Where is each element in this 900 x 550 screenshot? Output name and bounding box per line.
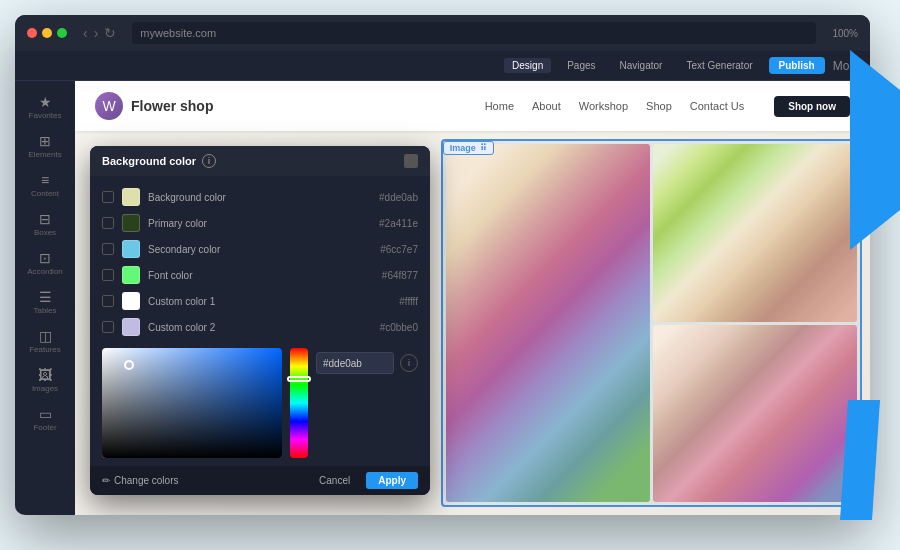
site-nav-links: Home About Workshop Shop Contact Us Shop… bbox=[485, 96, 850, 117]
color-panel-info-icon[interactable]: i bbox=[202, 154, 216, 168]
color-value-bg: #dde0ab bbox=[379, 192, 418, 203]
sidebar-item-elements[interactable]: ⊞ Elements bbox=[19, 128, 71, 165]
site-logo: W Flower shop bbox=[95, 92, 485, 120]
color-checkbox-font[interactable] bbox=[102, 269, 114, 281]
top-toolbar: Design Pages Navigator Text Generator Pu… bbox=[15, 51, 870, 81]
nav-shop[interactable]: Shop bbox=[646, 100, 672, 112]
footer-icon: ▭ bbox=[39, 407, 52, 421]
reload-icon[interactable]: ↻ bbox=[104, 25, 116, 41]
color-name-custom1: Custom color 1 bbox=[148, 296, 391, 307]
color-value-custom2: #c0bbe0 bbox=[380, 322, 418, 333]
favorites-label: Favorites bbox=[29, 111, 62, 120]
navigator-tab[interactable]: Navigator bbox=[612, 58, 671, 73]
publish-button[interactable]: Publish bbox=[769, 57, 825, 74]
footer-buttons: Cancel Apply bbox=[309, 472, 418, 489]
dot-yellow[interactable] bbox=[42, 28, 52, 38]
sidebar-item-features[interactable]: ◫ Features bbox=[19, 323, 71, 360]
nav-about[interactable]: About bbox=[532, 100, 561, 112]
content-label: Content bbox=[31, 189, 59, 198]
back-arrow-icon[interactable]: ‹ bbox=[83, 25, 88, 41]
dot-red[interactable] bbox=[27, 28, 37, 38]
hue-thumb bbox=[287, 376, 311, 382]
color-value-secondary: #6cc7e7 bbox=[380, 244, 418, 255]
color-name-secondary: Secondary color bbox=[148, 244, 372, 255]
change-colors-btn[interactable]: ✏ Change colors bbox=[102, 475, 178, 486]
sidebar-item-footer[interactable]: ▭ Footer bbox=[19, 401, 71, 438]
flower-image-grid[interactable] bbox=[441, 139, 862, 507]
color-name-font: Font color bbox=[148, 270, 374, 281]
color-checkbox-custom1[interactable] bbox=[102, 295, 114, 307]
color-panel-close[interactable] bbox=[404, 154, 418, 168]
color-swatch-font[interactable] bbox=[122, 266, 140, 284]
forward-arrow-icon[interactable]: › bbox=[94, 25, 99, 41]
blue-accent-right bbox=[850, 50, 900, 250]
hex-input-row: #dde0ab i bbox=[316, 352, 418, 374]
pages-tab[interactable]: Pages bbox=[559, 58, 603, 73]
dot-green[interactable] bbox=[57, 28, 67, 38]
sidebar-item-accordion[interactable]: ⊡ Accordion bbox=[19, 245, 71, 282]
color-panel-header: Background color i bbox=[90, 146, 430, 176]
color-checkbox-custom2[interactable] bbox=[102, 321, 114, 333]
hue-strip[interactable] bbox=[290, 348, 308, 458]
color-swatch-primary[interactable] bbox=[122, 214, 140, 232]
nav-workshop[interactable]: Workshop bbox=[579, 100, 628, 112]
color-checkbox-secondary[interactable] bbox=[102, 243, 114, 255]
left-sidebar: ★ Favorites ⊞ Elements ≡ Content ⊟ Boxes… bbox=[15, 81, 75, 515]
browser-dots bbox=[27, 28, 67, 38]
color-checkbox-primary[interactable] bbox=[102, 217, 114, 229]
color-panel-footer: ✏ Change colors Cancel Apply bbox=[90, 466, 430, 495]
boxes-icon: ⊟ bbox=[39, 212, 51, 226]
cancel-button[interactable]: Cancel bbox=[309, 472, 360, 489]
color-value-custom1: #fffff bbox=[399, 296, 418, 307]
color-panel-title: Background color i bbox=[102, 154, 216, 168]
accordion-icon: ⊡ bbox=[39, 251, 51, 265]
text-gen-tab[interactable]: Text Generator bbox=[678, 58, 760, 73]
color-row-primary: Primary color #2a411e bbox=[102, 210, 418, 236]
nav-contact[interactable]: Contact Us bbox=[690, 100, 744, 112]
hex-info-icon[interactable]: i bbox=[400, 354, 418, 372]
apply-button[interactable]: Apply bbox=[366, 472, 418, 489]
hex-area: #dde0ab i bbox=[316, 348, 418, 374]
browser-chrome: ‹ › ↻ mywebsite.com 100% bbox=[15, 15, 870, 51]
color-swatch-custom2[interactable] bbox=[122, 318, 140, 336]
color-swatch-secondary[interactable] bbox=[122, 240, 140, 258]
accordion-label: Accordion bbox=[27, 267, 63, 276]
elements-label: Elements bbox=[28, 150, 61, 159]
sidebar-item-tables[interactable]: ☰ Tables bbox=[19, 284, 71, 321]
sidebar-item-favorites[interactable]: ★ Favorites bbox=[19, 89, 71, 126]
images-icon: 🖼 bbox=[38, 368, 52, 382]
color-swatch-custom1[interactable] bbox=[122, 292, 140, 310]
color-row-custom2: Custom color 2 #c0bbe0 bbox=[102, 314, 418, 340]
zoom-label: 100% bbox=[832, 28, 858, 39]
hero-right: Image ⠿ bbox=[433, 131, 870, 515]
color-row-background: Background color #dde0ab bbox=[102, 184, 418, 210]
color-name-primary: Primary color bbox=[148, 218, 371, 229]
browser-nav: ‹ › ↻ bbox=[83, 25, 116, 41]
address-bar[interactable]: mywebsite.com bbox=[132, 22, 816, 44]
sidebar-item-content[interactable]: ≡ Content bbox=[19, 167, 71, 204]
color-checkbox-bg[interactable] bbox=[102, 191, 114, 203]
hex-input[interactable]: #dde0ab bbox=[316, 352, 394, 374]
color-row-secondary: Secondary color #6cc7e7 bbox=[102, 236, 418, 262]
flower-image-3 bbox=[653, 325, 857, 503]
content-icon: ≡ bbox=[41, 173, 49, 187]
favorites-icon: ★ bbox=[39, 95, 52, 109]
tables-icon: ☰ bbox=[39, 290, 52, 304]
nav-home[interactable]: Home bbox=[485, 100, 514, 112]
site-cta-button[interactable]: Shop now bbox=[774, 96, 850, 117]
gradient-box[interactable] bbox=[102, 348, 282, 458]
sidebar-item-images[interactable]: 🖼 Images bbox=[19, 362, 71, 399]
design-tab[interactable]: Design bbox=[504, 58, 551, 73]
footer-label: Footer bbox=[33, 423, 56, 432]
color-rows: Background color #dde0ab Primary color #… bbox=[90, 176, 430, 348]
boxes-label: Boxes bbox=[34, 228, 56, 237]
picker-cursor bbox=[124, 360, 134, 370]
site-navbar: W Flower shop Home About Workshop Shop C… bbox=[75, 81, 870, 131]
color-row-custom1: Custom color 1 #fffff bbox=[102, 288, 418, 314]
color-row-font: Font color #64f877 bbox=[102, 262, 418, 288]
color-swatch-bg[interactable] bbox=[122, 188, 140, 206]
website-canvas: W Flower shop Home About Workshop Shop C… bbox=[75, 81, 870, 515]
color-name-custom2: Custom color 2 bbox=[148, 322, 372, 333]
sidebar-item-boxes[interactable]: ⊟ Boxes bbox=[19, 206, 71, 243]
pencil-icon: ✏ bbox=[102, 475, 110, 486]
